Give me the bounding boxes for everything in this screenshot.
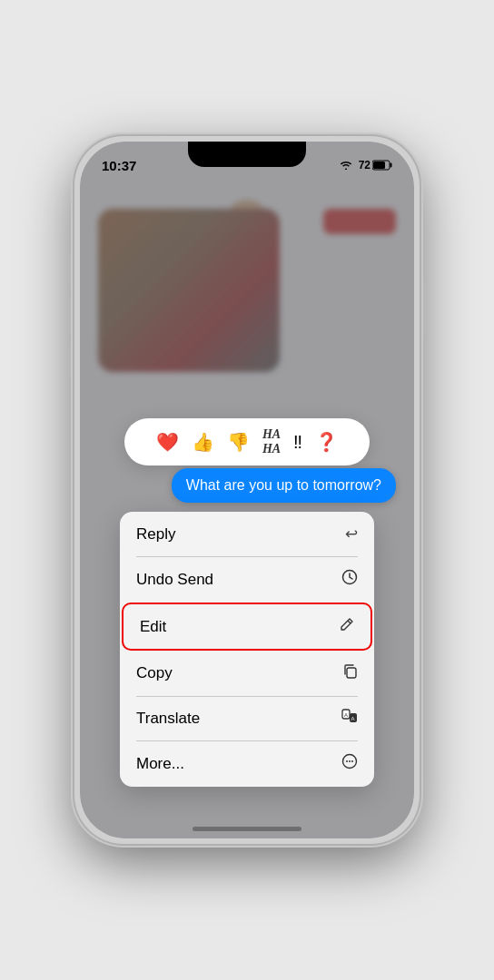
message-bubble: What are you up to tomorrow? [172, 468, 396, 503]
translate-icon: A A [341, 709, 358, 728]
svg-rect-4 [347, 668, 356, 678]
reply-icon: ↩ [345, 524, 358, 544]
menu-item-reply[interactable]: Reply ↩ [120, 512, 374, 556]
copy-icon [342, 663, 358, 683]
copy-label: Copy [136, 664, 173, 682]
message-text: What are you up to tomorrow? [186, 477, 381, 493]
reaction-thumbs-up[interactable]: 👍 [192, 431, 214, 453]
reaction-exclamation[interactable]: ‼️ [293, 432, 302, 453]
svg-text:A: A [351, 716, 354, 721]
menu-item-copy[interactable]: Copy [120, 651, 374, 696]
undo-send-icon [341, 569, 358, 590]
phone-screen: 10:37 72 [80, 142, 414, 838]
reaction-question[interactable]: ❓ [315, 431, 338, 453]
svg-text:A: A [344, 712, 348, 718]
menu-item-edit[interactable]: Edit [122, 603, 372, 651]
more-icon [341, 753, 358, 774]
menu-item-translate[interactable]: Translate A A [120, 696, 374, 740]
reply-label: Reply [136, 525, 175, 544]
reaction-heart[interactable]: ❤️ [156, 431, 179, 453]
edit-icon [340, 617, 354, 636]
reaction-thumbs-down[interactable]: 👎 [227, 431, 250, 453]
reaction-haha[interactable]: HAHA [262, 427, 281, 456]
menu-item-more[interactable]: More... [120, 740, 374, 787]
menu-item-undo-send[interactable]: Undo Send [120, 556, 374, 603]
phone-frame: 10:37 72 [74, 136, 420, 844]
svg-point-12 [351, 760, 353, 762]
more-label: More... [136, 755, 184, 773]
svg-point-11 [349, 760, 351, 762]
screen: 10:37 72 [80, 142, 414, 838]
context-menu: Reply ↩ Undo Send Edit [120, 512, 374, 787]
svg-point-10 [346, 760, 348, 762]
edit-label: Edit [140, 618, 166, 636]
translate-label: Translate [136, 710, 200, 728]
reaction-bar: ❤️ 👍 👎 HAHA ‼️ ❓ [124, 418, 370, 466]
undo-send-label: Undo Send [136, 571, 213, 589]
